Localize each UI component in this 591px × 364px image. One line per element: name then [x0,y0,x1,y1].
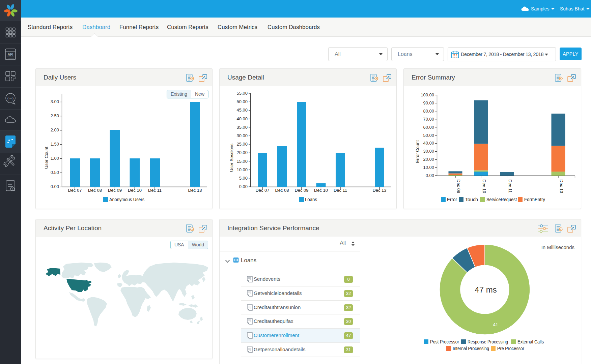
svg-text:API: API [8,53,13,56]
svg-text:0.50: 0.50 [51,170,59,175]
svg-text:40.00: 40.00 [423,141,434,146]
svg-text:Dec 08: Dec 08 [275,188,289,193]
svg-text:5.00: 5.00 [239,176,248,181]
svg-text:41: 41 [493,322,498,327]
svg-text:Dec 13: Dec 13 [559,179,564,193]
svg-text:Dec 13: Dec 13 [188,188,202,193]
svg-text:Dec 07: Dec 07 [68,188,82,193]
svg-text:0.00: 0.00 [239,184,248,189]
svg-text:50.00: 50.00 [236,99,248,104]
svg-text:Dec 11: Dec 11 [334,188,347,193]
svg-text:Dec 07: Dec 07 [255,188,269,193]
svg-text:3.00: 3.00 [51,99,59,104]
svg-text:70.00: 70.00 [423,117,434,122]
svg-text:Pre Processor: Pre Processor [497,346,524,351]
svg-text:10.00: 10.00 [236,167,248,172]
svg-text:Internal Processing: Internal Processing [453,346,489,351]
svg-text:Dec 11: Dec 11 [508,179,513,193]
svg-text:20.00: 20.00 [236,150,248,155]
svg-text:Dec 09: Dec 09 [108,188,122,193]
svg-text:10.00: 10.00 [423,165,434,170]
svg-text:?: ? [12,188,13,191]
svg-text:Error Count: Error Count [415,140,420,163]
svg-text:{···}: {···} [7,96,14,100]
svg-text:User Sessions: User Sessions [229,144,234,172]
svg-text:80.00: 80.00 [423,109,434,114]
svg-text:Dec 13: Dec 13 [372,188,386,193]
svg-text:60.00: 60.00 [423,125,434,130]
svg-text:Error: Error [447,197,457,202]
svg-text:Post Processor: Post Processor [430,339,459,344]
svg-text:FormEntry: FormEntry [524,197,545,202]
svg-text:0.00: 0.00 [51,184,59,189]
svg-text:2.00: 2.00 [51,127,59,132]
svg-text:Dec 10: Dec 10 [482,179,487,193]
svg-text:35.00: 35.00 [236,125,248,130]
svg-text:25.00: 25.00 [236,142,248,147]
svg-text:Dec 10: Dec 10 [314,188,328,193]
svg-text:30.00: 30.00 [236,133,248,138]
svg-text:Dec 11: Dec 11 [148,188,162,193]
svg-text:45.00: 45.00 [236,108,248,113]
svg-text:90.00: 90.00 [423,100,434,105]
svg-text:50.00: 50.00 [423,133,434,138]
svg-text:Response Processing: Response Processing [468,339,508,344]
svg-text:47 ms: 47 ms [475,285,497,294]
svg-text:2.50: 2.50 [51,113,59,118]
svg-text:In Milliseconds: In Milliseconds [541,244,574,250]
svg-text:1.00: 1.00 [51,156,59,161]
svg-text:20.00: 20.00 [423,157,434,162]
svg-text:0.00: 0.00 [426,173,434,178]
svg-text:External Calls: External Calls [517,339,544,344]
svg-text:Dec 10: Dec 10 [128,188,142,193]
svg-text:Loans: Loans [305,197,317,202]
svg-text:55.00: 55.00 [236,91,248,96]
svg-text:Dec 09: Dec 09 [294,188,308,193]
svg-text:1.50: 1.50 [51,142,59,147]
svg-text:Anonymous Users: Anonymous Users [109,197,144,202]
svg-text:Dec 09: Dec 09 [456,179,461,193]
svg-text:15.00: 15.00 [236,159,248,164]
svg-text:30.00: 30.00 [423,149,434,154]
svg-text:User Count: User Count [44,147,49,169]
svg-text:ServiceRequest: ServiceRequest [486,197,517,202]
svg-text:40.00: 40.00 [236,116,248,121]
svg-text:Dec 08: Dec 08 [88,188,102,193]
svg-text:100.00: 100.00 [421,92,434,97]
svg-text:Touch: Touch [465,197,478,202]
